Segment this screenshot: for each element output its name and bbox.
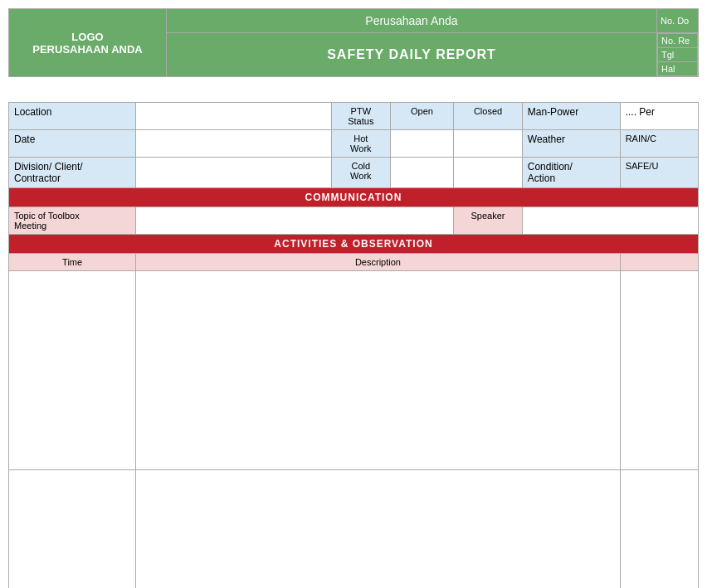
description-col-label: Description [136,254,620,271]
activities-data-row-2 [9,470,699,589]
time-value-1[interactable] [9,271,136,470]
description-value-2[interactable] [136,470,620,589]
extra-col-label [620,254,698,271]
logo-line2: PERUSAHAAN ANDA [32,43,142,56]
location-value[interactable] [136,103,332,130]
page: LOGO PERUSAHAAN ANDA Perusahaan Anda No.… [0,0,707,588]
safe-value: SAFE/U [620,158,698,188]
hotwork-label: Hot Work [331,130,390,158]
communication-title: COMMUNICATION [9,188,699,207]
activities-title: ACTIVITIES & OBSERVATION [9,235,699,254]
time-value-2[interactable] [9,470,136,589]
form-table: Location PTW Status Open Closed Man-Powe… [8,102,699,588]
hotwork-open-value[interactable] [390,130,454,158]
hal-label: Hal [658,62,698,76]
extra-value-2[interactable] [620,470,698,589]
division-value[interactable] [136,158,332,188]
division-label: Division/ Client/ Contractor [9,158,136,188]
date-value[interactable] [136,130,332,158]
no-doc-label: No. Do [657,9,699,33]
speaker-value[interactable] [522,207,698,235]
location-label: Location [9,103,136,130]
per-label: .... Per [620,103,698,130]
extra-value-1[interactable] [620,271,698,470]
date-row: Date Hot Work Weather RAIN/C [9,130,699,158]
division-row: Division/ Client/ Contractor Cold Work C… [9,158,699,188]
toolbox-row: Topic of Toolbox Meeting Speaker [9,207,699,235]
topic-label: Topic of Toolbox Meeting [9,207,136,235]
report-title: SAFETY DAILY REPORT [167,33,657,77]
logo-cell: LOGO PERUSAHAAN ANDA [9,9,167,77]
logo-line1: LOGO [71,31,103,43]
weather-label: Weather [522,130,620,158]
condition-label: Condition/ Action [522,158,620,188]
speaker-label: Speaker [454,207,523,235]
activities-header-row: ACTIVITIES & OBSERVATION [9,235,699,254]
rain-value: RAIN/C [620,130,698,158]
topic-value[interactable] [136,207,454,235]
coldwork-closed-value[interactable] [454,158,523,188]
activities-col-header-row: Time Description [9,254,699,271]
tgl-label: Tgl [658,48,698,62]
manpower-label: Man-Power [522,103,620,130]
activities-data-row-1 [9,271,699,470]
coldwork-open-value[interactable] [390,158,454,188]
coldwork-label: Cold Work [331,158,390,188]
closed-label: Closed [454,103,523,130]
hotwork-closed-value[interactable] [454,130,523,158]
company-name: Perusahaan Anda [167,9,657,33]
header-table: LOGO PERUSAHAAN ANDA Perusahaan Anda No.… [8,8,699,77]
communication-header-row: COMMUNICATION [9,188,699,207]
no-rev-label: No. Re [658,34,698,48]
date-label: Date [9,130,136,158]
open-label: Open [390,103,454,130]
location-row: Location PTW Status Open Closed Man-Powe… [9,103,699,130]
time-col-label: Time [9,254,136,271]
description-value-1[interactable] [136,271,620,470]
ptw-status-label: PTW Status [331,103,390,130]
